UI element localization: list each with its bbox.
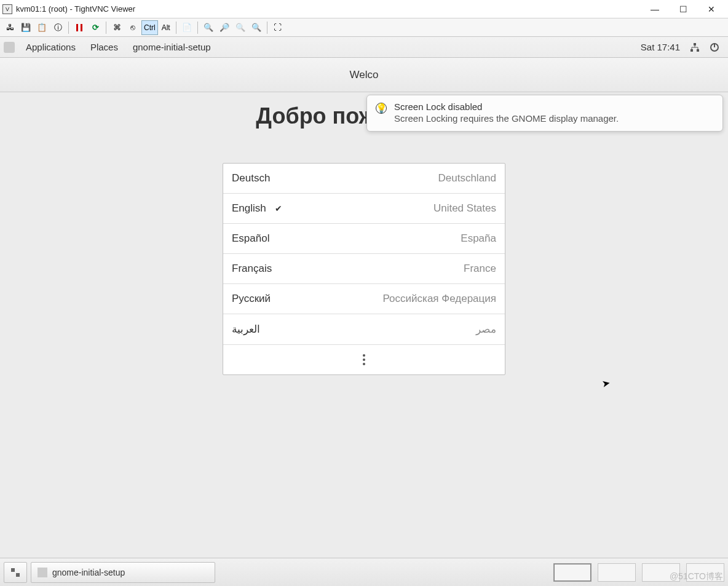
save-icon[interactable]: 💾 bbox=[18, 20, 33, 35]
mouse-cursor-icon: ➤ bbox=[601, 377, 611, 390]
clock[interactable]: Sat 17:41 bbox=[636, 42, 685, 52]
close-button[interactable]: ✕ bbox=[697, 1, 726, 18]
svg-rect-1 bbox=[690, 49, 693, 52]
power-icon[interactable] bbox=[708, 41, 721, 53]
maximize-button[interactable]: ☐ bbox=[669, 1, 697, 18]
taskbar-app-gnome-initial-setup[interactable]: gnome-initial-setup bbox=[31, 562, 215, 583]
alt-toggle[interactable]: Alt bbox=[159, 20, 173, 35]
checkmark-icon: ✔ bbox=[275, 204, 282, 213]
options-icon[interactable]: 📋 bbox=[34, 20, 49, 35]
zoom-out-icon[interactable]: 🔎 bbox=[217, 20, 232, 35]
language-list: Deutsch Deutschland English ✔ United Sta… bbox=[223, 163, 505, 375]
language-country: Deutschland bbox=[438, 172, 496, 184]
language-row-espanol[interactable]: Español España bbox=[223, 224, 505, 254]
ctrl-esc-icon[interactable]: ⎋ bbox=[125, 20, 140, 35]
new-connection-icon[interactable]: 🖧 bbox=[2, 20, 17, 35]
more-languages-button[interactable] bbox=[223, 345, 505, 374]
lightbulb-icon: 💡 bbox=[376, 103, 387, 114]
gnome-topbar: Applications Places gnome-initial-setup … bbox=[0, 37, 728, 58]
language-row-russian[interactable]: Русский Российская Федерация bbox=[223, 284, 505, 314]
welcome-header-bar: Welco bbox=[0, 58, 728, 92]
language-name: Русский bbox=[232, 293, 271, 305]
fullscreen-icon[interactable]: ⛶ bbox=[271, 20, 285, 35]
notification-body: Screen Locking requires the GNOME displa… bbox=[394, 113, 713, 124]
minimize-button[interactable]: — bbox=[641, 1, 669, 18]
remote-desktop: Applications Places gnome-initial-setup … bbox=[0, 37, 728, 586]
cad-icon[interactable]: ⌘ bbox=[109, 20, 124, 35]
language-row-francais[interactable]: Français France bbox=[223, 254, 505, 284]
language-country: España bbox=[461, 232, 496, 245]
language-name: العربية bbox=[232, 323, 260, 336]
notification-title: Screen Lock disabled bbox=[394, 101, 713, 112]
svg-rect-0 bbox=[694, 43, 696, 46]
show-desktop-button[interactable] bbox=[4, 562, 27, 583]
applications-menu[interactable]: Applications bbox=[18, 37, 83, 58]
svg-rect-2 bbox=[697, 49, 699, 52]
zoom-100-icon[interactable]: 🔍 bbox=[233, 20, 248, 35]
vnc-titlebar: V kvm01:1 (root) - TightVNC Viewer — ☐ ✕ bbox=[0, 0, 728, 18]
notification-popup[interactable]: 💡 Screen Lock disabled Screen Locking re… bbox=[366, 95, 723, 132]
language-country: مصر bbox=[476, 323, 496, 336]
svg-rect-5 bbox=[11, 568, 15, 572]
ctrl-toggle[interactable]: Ctrl bbox=[141, 20, 158, 35]
language-row-arabic[interactable]: العربية مصر bbox=[223, 314, 505, 345]
workspace-indicator-4[interactable] bbox=[686, 563, 724, 582]
language-row-english[interactable]: English ✔ United States bbox=[223, 194, 505, 224]
language-name: Español bbox=[232, 232, 269, 245]
taskbar-app-label: gnome-initial-setup bbox=[52, 568, 125, 577]
zoom-auto-icon[interactable]: 🔍 bbox=[249, 20, 264, 35]
initial-setup-content: Добро пожаловать! Deutsch Deutschland En… bbox=[0, 92, 728, 558]
svg-rect-6 bbox=[16, 573, 20, 577]
pause-icon[interactable] bbox=[72, 20, 87, 35]
language-country: France bbox=[464, 263, 496, 275]
vnc-toolbar: 🖧 💾 📋 ⓘ ⟳ ⌘ ⎋ Ctrl Alt 📄 🔍 🔎 🔍 🔍 ⛶ bbox=[0, 18, 728, 37]
places-menu[interactable]: Places bbox=[83, 37, 125, 58]
welcome-header-text: Welco bbox=[350, 69, 379, 81]
language-name: Français bbox=[232, 263, 272, 275]
zoom-in-icon[interactable]: 🔍 bbox=[201, 20, 216, 35]
language-name: Deutsch bbox=[232, 172, 270, 184]
refresh-icon[interactable]: ⟳ bbox=[88, 20, 103, 35]
window-title: kvm01:1 (root) - TightVNC Viewer bbox=[16, 4, 135, 14]
workspace-indicator-2[interactable] bbox=[598, 563, 636, 582]
applications-icon bbox=[4, 42, 15, 53]
language-country: United States bbox=[433, 202, 496, 215]
language-country: Российская Федерация bbox=[383, 293, 496, 305]
network-icon[interactable] bbox=[689, 41, 701, 53]
current-app-menu[interactable]: gnome-initial-setup bbox=[125, 37, 218, 58]
language-row-deutsch[interactable]: Deutsch Deutschland bbox=[223, 164, 505, 194]
vertical-ellipsis-icon bbox=[363, 354, 365, 365]
workspace-indicator-1[interactable] bbox=[553, 563, 592, 582]
info-icon[interactable]: ⓘ bbox=[50, 20, 65, 35]
workspace-indicator-3[interactable] bbox=[642, 563, 680, 582]
language-name: English bbox=[232, 202, 266, 215]
app-icon bbox=[38, 568, 47, 577]
vnc-app-icon: V bbox=[2, 4, 12, 14]
gnome-taskbar: gnome-initial-setup bbox=[0, 558, 728, 586]
transfer-icon[interactable]: 📄 bbox=[180, 20, 194, 35]
